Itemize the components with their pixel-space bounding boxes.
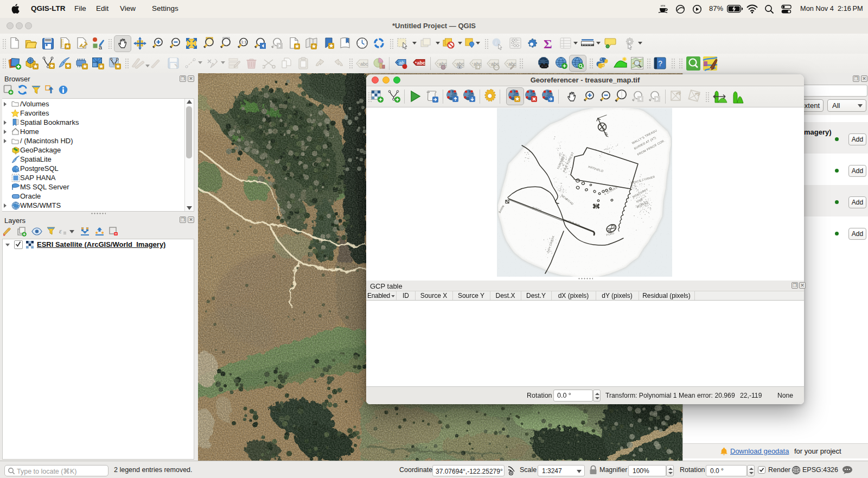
svg-text:abc: abc bbox=[508, 61, 516, 67]
svg-text:?: ? bbox=[658, 59, 662, 68]
svg-text:a: a bbox=[99, 44, 103, 50]
svg-text:abc: abc bbox=[417, 60, 426, 66]
svg-text:1:1: 1:1 bbox=[241, 40, 246, 44]
svg-text:abc: abc bbox=[360, 61, 368, 67]
svg-text:i: i bbox=[495, 39, 497, 46]
svg-text:ε: ε bbox=[59, 227, 62, 235]
svg-text:Σ: Σ bbox=[544, 37, 552, 50]
